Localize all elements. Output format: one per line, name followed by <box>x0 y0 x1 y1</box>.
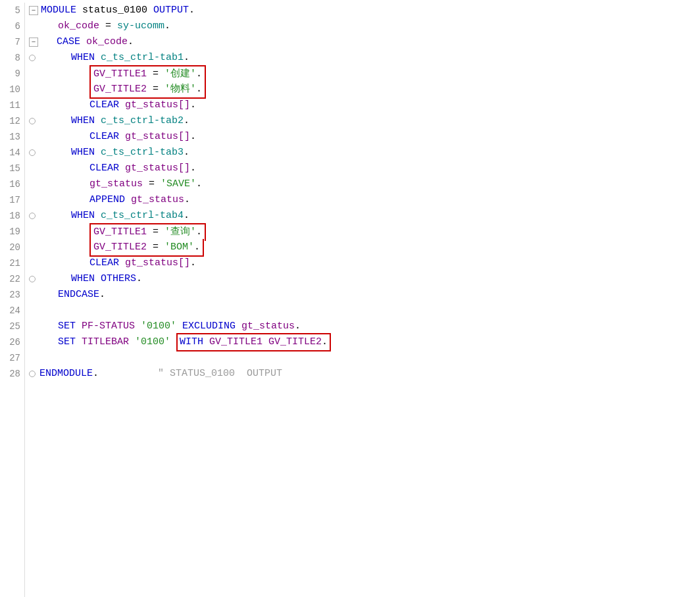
inline-box: WITH GV_TITLE1 GV_TITLE2. <box>176 333 331 351</box>
code-line: GV_TITLE1 = '创建'. <box>29 66 700 82</box>
code-line: −CASE ok_code. <box>29 34 700 50</box>
code-line: CLEAR gt_status[]. <box>29 129 700 145</box>
line-number: 16 <box>3 176 20 192</box>
breakpoint-dot <box>29 213 36 219</box>
line-number: 27 <box>3 350 20 366</box>
line-number: 6 <box>3 18 20 34</box>
boxed-code-block: GV_TITLE1 = '查询'. <box>89 223 206 241</box>
code-content: −MODULE status_0100 OUTPUT.ok_code = sy-… <box>29 3 700 597</box>
line-number: 18 <box>3 208 20 224</box>
line-number: 25 <box>3 319 20 334</box>
line-number: 7 <box>3 34 20 50</box>
line-number: 19 <box>3 224 20 240</box>
line-number: 20 <box>3 240 20 255</box>
line-numbers: 5678910111213141516171819202122232425262… <box>0 3 25 597</box>
collapse-icon[interactable]: − <box>29 6 38 15</box>
line-number: 22 <box>3 271 20 287</box>
code-line <box>29 350 700 366</box>
code-line: −MODULE status_0100 OUTPUT. <box>29 3 700 18</box>
code-line: WHEN c_ts_ctrl-tab2. <box>29 113 700 129</box>
code-line: ENDMODULE. " STATUS_0100 OUTPUT <box>29 366 700 382</box>
code-line: SET PF-STATUS '0100' EXCLUDING gt_status… <box>29 319 700 334</box>
line-number: 11 <box>3 97 20 113</box>
code-line: WHEN c_ts_ctrl-tab4. <box>29 208 700 224</box>
line-number: 5 <box>3 3 20 18</box>
line-number: 24 <box>3 303 20 319</box>
boxed-code-block: GV_TITLE1 = '创建'. <box>89 65 206 83</box>
code-line: APPEND gt_status. <box>29 192 700 208</box>
line-number: 28 <box>3 366 20 382</box>
code-line: WHEN c_ts_ctrl-tab3. <box>29 145 700 161</box>
code-line: ENDCASE. <box>29 287 700 303</box>
code-line: GV_TITLE1 = '查询'. <box>29 224 700 240</box>
line-number: 14 <box>3 145 20 161</box>
line-number: 9 <box>3 66 20 82</box>
breakpoint-dot <box>29 55 36 61</box>
breakpoint-dot <box>29 118 36 124</box>
line-number: 23 <box>3 287 20 303</box>
code-line: WHEN c_ts_ctrl-tab1. <box>29 50 700 66</box>
collapse-icon[interactable]: − <box>29 38 38 47</box>
code-line: gt_status = 'SAVE'. <box>29 176 700 192</box>
line-number: 17 <box>3 192 20 208</box>
code-line: GV_TITLE2 = 'BOM'. <box>29 240 700 255</box>
line-number: 8 <box>3 50 20 66</box>
code-line: CLEAR gt_status[]. <box>29 161 700 176</box>
code-line: CLEAR gt_status[]. <box>29 97 700 113</box>
line-number: 26 <box>3 334 20 350</box>
code-line: GV_TITLE2 = '物料'. <box>29 82 700 97</box>
boxed-code-block: GV_TITLE2 = 'BOM'. <box>89 239 204 257</box>
code-line: SET TITLEBAR '0100' WITH GV_TITLE1 GV_TI… <box>29 334 700 350</box>
breakpoint-dot <box>29 276 36 282</box>
boxed-code-block: GV_TITLE2 = '物料'. <box>89 81 206 99</box>
code-line: ok_code = sy-ucomm. <box>29 18 700 34</box>
code-line <box>29 303 700 319</box>
line-number: 12 <box>3 113 20 129</box>
line-number: 21 <box>3 255 20 271</box>
breakpoint-dot <box>29 149 36 156</box>
line-number: 10 <box>3 82 20 97</box>
line-number: 15 <box>3 161 20 176</box>
code-line: WHEN OTHERS. <box>29 271 700 287</box>
code-line: CLEAR gt_status[]. <box>29 255 700 271</box>
breakpoint-dot <box>29 371 36 377</box>
line-number: 13 <box>3 129 20 145</box>
code-editor: 5678910111213141516171819202122232425262… <box>0 0 700 597</box>
